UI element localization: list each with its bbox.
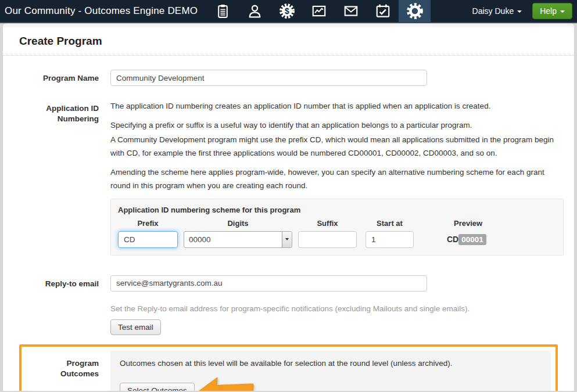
preview-label: Preview <box>446 219 515 228</box>
topbar-right: Daisy Duke Help <box>472 3 577 19</box>
test-email-button[interactable]: Test email <box>110 319 161 335</box>
tasks-calendar-icon <box>375 3 391 19</box>
preview-number-badge: 00001 <box>458 234 486 245</box>
nav-mail[interactable] <box>335 0 367 23</box>
program-name-row: Program Name <box>19 70 558 86</box>
highlight-arrow-icon <box>197 375 255 391</box>
nav-reports[interactable] <box>303 0 335 23</box>
help-button[interactable]: Help <box>532 3 572 19</box>
program-name-label: Program Name <box>19 70 99 86</box>
reply-to-input[interactable] <box>110 275 427 292</box>
digits-column: Digits 00000 <box>184 219 292 248</box>
caret-down-icon <box>517 10 522 13</box>
start-at-column: Start at <box>365 219 414 248</box>
select-outcomes-button[interactable]: Select Outcomes <box>120 383 195 391</box>
start-at-input[interactable] <box>365 231 414 248</box>
prefix-column: Prefix <box>118 219 178 248</box>
digits-select[interactable]: 00000 <box>184 231 292 248</box>
svg-text:$: $ <box>285 6 289 16</box>
nav-contacts[interactable] <box>239 0 271 23</box>
suffix-column: Suffix <box>298 219 357 248</box>
program-name-input[interactable] <box>110 70 427 86</box>
suffix-input[interactable] <box>298 231 357 248</box>
digits-selected-value: 00000 <box>184 232 282 247</box>
preview-prefix-text: CD <box>447 235 458 244</box>
program-outcomes-label: Program Outcomes <box>26 351 99 391</box>
create-program-form: Program Name Application ID Numbering Th… <box>3 56 574 391</box>
top-nav-icons: $ <box>207 0 431 23</box>
user-menu[interactable]: Daisy Duke <box>472 6 522 16</box>
caret-down-icon <box>560 10 565 13</box>
nav-applications[interactable] <box>207 0 239 23</box>
help-button-label: Help <box>540 6 557 16</box>
application-id-paragraph: Specifying a prefix or suffix is a usefu… <box>110 119 558 132</box>
app-title: Our Community - Outcomes Engine DEMO <box>5 5 198 17</box>
settings-gear-icon <box>406 2 424 20</box>
application-id-paragraph: The application ID numbering creates an … <box>110 100 558 113</box>
application-id-paragraph: A Community Development program might us… <box>110 134 558 160</box>
reply-to-helper-row: Set the Reply-to email address for progr… <box>19 295 558 335</box>
mail-icon <box>343 3 359 19</box>
start-at-label: Start at <box>365 219 414 228</box>
nav-tasks[interactable] <box>367 0 399 23</box>
program-outcomes-highlight-box: Program Outcomes Outcomes chosen at this… <box>19 344 558 391</box>
reply-to-row: Reply-to email <box>19 275 558 292</box>
select-dropdown-icon[interactable] <box>282 232 292 247</box>
page-header: Create Program <box>3 23 574 56</box>
reports-chart-icon <box>311 3 327 19</box>
digits-label: Digits <box>184 219 292 228</box>
user-icon <box>247 3 263 19</box>
reply-to-label: Reply-to email <box>19 275 99 292</box>
top-navigation-bar: Our Community - Outcomes Engine DEMO <box>0 0 577 23</box>
program-outcomes-panel: Outcomes chosen at this level will be av… <box>110 351 551 391</box>
numbering-scheme-box: Application ID numbering scheme for this… <box>110 199 564 256</box>
suffix-label: Suffix <box>298 219 357 228</box>
application-id-row: Application ID Numbering The application… <box>19 100 558 256</box>
program-outcomes-description: Outcomes chosen at this level will be av… <box>120 359 542 368</box>
application-id-paragraph: Amending the scheme here applies program… <box>110 166 558 193</box>
nav-settings[interactable] <box>399 0 431 23</box>
preview-value: CD00001 <box>446 231 515 244</box>
prefix-input[interactable] <box>118 231 178 248</box>
nav-finance[interactable]: $ <box>271 0 303 23</box>
page-card: Create Program Program Name Application … <box>3 23 574 391</box>
prefix-label: Prefix <box>118 219 178 228</box>
preview-column: Preview CD00001 <box>446 219 515 244</box>
numbering-scheme-title: Application ID numbering scheme for this… <box>118 206 556 214</box>
reply-to-help-text: Set the Reply-to email address for progr… <box>110 303 558 315</box>
page-title: Create Program <box>19 35 558 48</box>
clipboard-icon <box>215 3 231 19</box>
user-menu-label: Daisy Duke <box>472 6 514 16</box>
application-id-label: Application ID Numbering <box>19 100 99 256</box>
finance-dollar-icon: $ <box>279 3 295 19</box>
